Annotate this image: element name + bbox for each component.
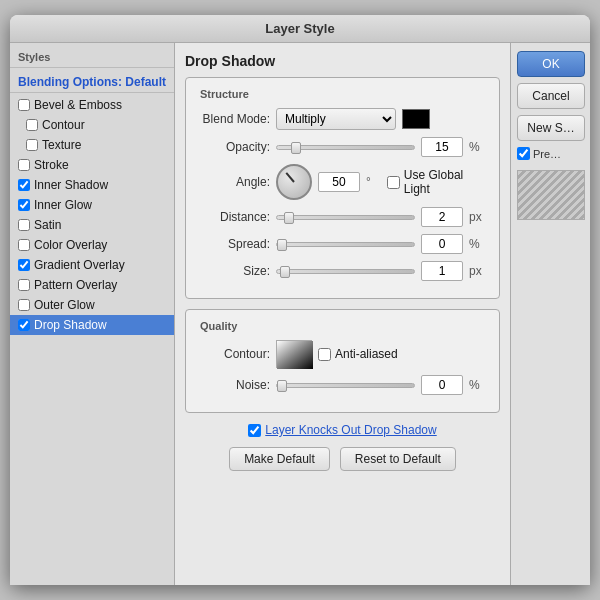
sidebar-item-inner-shadow[interactable]: Inner Shadow — [10, 175, 174, 195]
use-global-light-checkbox[interactable] — [387, 176, 400, 189]
sidebar: Styles Blending Options: Default Bevel &… — [10, 43, 175, 585]
layer-knocks-out-text: Layer Knocks Out Drop Shadow — [265, 423, 436, 437]
noise-input[interactable] — [421, 375, 463, 395]
gradient-overlay-checkbox[interactable] — [18, 259, 30, 271]
outer-glow-label: Outer Glow — [34, 298, 95, 312]
inner-shadow-checkbox[interactable] — [18, 179, 30, 191]
angle-input[interactable] — [318, 172, 360, 192]
quality-section: Quality Contour: — [185, 309, 500, 413]
layer-knocks-out-checkbox[interactable] — [248, 424, 261, 437]
blend-mode-color-swatch[interactable] — [402, 109, 430, 129]
opacity-unit: % — [469, 140, 485, 154]
distance-row: Distance: px — [200, 207, 485, 227]
bottom-buttons: Make Default Reset to Default — [185, 447, 500, 471]
sidebar-item-bevel-emboss[interactable]: Bevel & Emboss — [10, 95, 174, 115]
svg-rect-0 — [277, 341, 313, 369]
size-label: Size: — [200, 264, 270, 278]
stroke-label: Stroke — [34, 158, 69, 172]
use-global-light-text: Use Global Light — [404, 168, 485, 196]
sidebar-item-satin[interactable]: Satin — [10, 215, 174, 235]
texture-label: Texture — [42, 138, 81, 152]
pattern-overlay-label: Pattern Overlay — [34, 278, 117, 292]
bevel-emboss-checkbox[interactable] — [18, 99, 30, 111]
blend-mode-row: Blend Mode: Multiply Normal Screen Overl… — [200, 108, 485, 130]
sidebar-item-outer-glow[interactable]: Outer Glow — [10, 295, 174, 315]
sidebar-item-gradient-overlay[interactable]: Gradient Overlay — [10, 255, 174, 275]
noise-thumb[interactable] — [277, 380, 287, 392]
outer-glow-checkbox[interactable] — [18, 299, 30, 311]
distance-unit: px — [469, 210, 485, 224]
main-content: Drop Shadow Structure Blend Mode: Multip… — [175, 43, 510, 585]
layer-style-dialog: Layer Style Styles Blending Options: Def… — [10, 15, 590, 585]
noise-slider[interactable] — [276, 383, 415, 388]
spread-label: Spread: — [200, 237, 270, 251]
texture-checkbox[interactable] — [26, 139, 38, 151]
preview-text: Pre… — [533, 148, 561, 160]
spread-thumb[interactable] — [277, 239, 287, 251]
drop-shadow-checkbox[interactable] — [18, 319, 30, 331]
sidebar-item-texture[interactable]: Texture — [10, 135, 174, 155]
preview-checkbox[interactable] — [517, 147, 530, 160]
opacity-row: Opacity: % — [200, 137, 485, 157]
make-default-button[interactable]: Make Default — [229, 447, 330, 471]
noise-label: Noise: — [200, 378, 270, 392]
distance-thumb[interactable] — [284, 212, 294, 224]
size-thumb[interactable] — [280, 266, 290, 278]
structure-section: Structure Blend Mode: Multiply Normal Sc… — [185, 77, 500, 299]
opacity-label: Opacity: — [200, 140, 270, 154]
contour-row: Contour: — [200, 340, 485, 368]
angle-label: Angle: — [200, 175, 270, 189]
angle-knob[interactable] — [276, 164, 312, 200]
contour-swatch[interactable] — [276, 340, 312, 368]
opacity-input[interactable] — [421, 137, 463, 157]
size-input[interactable] — [421, 261, 463, 281]
noise-unit: % — [469, 378, 485, 392]
preview-box — [517, 170, 585, 220]
angle-degree: ° — [366, 175, 381, 189]
new-style-button[interactable]: New S… — [517, 115, 585, 141]
reset-to-default-button[interactable]: Reset to Default — [340, 447, 456, 471]
opacity-thumb[interactable] — [291, 142, 301, 154]
anti-aliased-checkbox[interactable] — [318, 348, 331, 361]
sidebar-item-stroke[interactable]: Stroke — [10, 155, 174, 175]
blend-mode-select[interactable]: Multiply Normal Screen Overlay — [276, 108, 396, 130]
spread-slider[interactable] — [276, 242, 415, 247]
inner-glow-label: Inner Glow — [34, 198, 92, 212]
anti-aliased-text: Anti-aliased — [335, 347, 398, 361]
right-buttons: OK Cancel New S… Pre… — [510, 43, 590, 585]
sidebar-item-color-overlay[interactable]: Color Overlay — [10, 235, 174, 255]
distance-slider[interactable] — [276, 215, 415, 220]
panel-title: Drop Shadow — [185, 53, 500, 69]
spread-row: Spread: % — [200, 234, 485, 254]
sidebar-item-drop-shadow[interactable]: Drop Shadow — [10, 315, 174, 335]
contour-label: Contour: — [200, 347, 270, 361]
blend-mode-label: Blend Mode: — [200, 112, 270, 126]
sidebar-item-pattern-overlay[interactable]: Pattern Overlay — [10, 275, 174, 295]
distance-label: Distance: — [200, 210, 270, 224]
color-overlay-checkbox[interactable] — [18, 239, 30, 251]
bottom-checkboxes: Layer Knocks Out Drop Shadow — [185, 423, 500, 437]
spread-input[interactable] — [421, 234, 463, 254]
anti-aliased-label: Anti-aliased — [318, 347, 398, 361]
contour-checkbox[interactable] — [26, 119, 38, 131]
bevel-emboss-label: Bevel & Emboss — [34, 98, 122, 112]
satin-checkbox[interactable] — [18, 219, 30, 231]
pattern-overlay-checkbox[interactable] — [18, 279, 30, 291]
ok-button[interactable]: OK — [517, 51, 585, 77]
stroke-checkbox[interactable] — [18, 159, 30, 171]
gradient-overlay-label: Gradient Overlay — [34, 258, 125, 272]
distance-input[interactable] — [421, 207, 463, 227]
dialog-title: Layer Style — [265, 21, 334, 36]
cancel-button[interactable]: Cancel — [517, 83, 585, 109]
sidebar-title: Styles — [10, 49, 174, 68]
size-unit: px — [469, 264, 485, 278]
blending-options[interactable]: Blending Options: Default — [10, 72, 174, 93]
sidebar-item-contour[interactable]: Contour — [10, 115, 174, 135]
opacity-slider[interactable] — [276, 145, 415, 150]
sidebar-item-inner-glow[interactable]: Inner Glow — [10, 195, 174, 215]
color-overlay-label: Color Overlay — [34, 238, 107, 252]
contour-label: Contour — [42, 118, 85, 132]
inner-glow-checkbox[interactable] — [18, 199, 30, 211]
size-slider[interactable] — [276, 269, 415, 274]
noise-row: Noise: % — [200, 375, 485, 395]
